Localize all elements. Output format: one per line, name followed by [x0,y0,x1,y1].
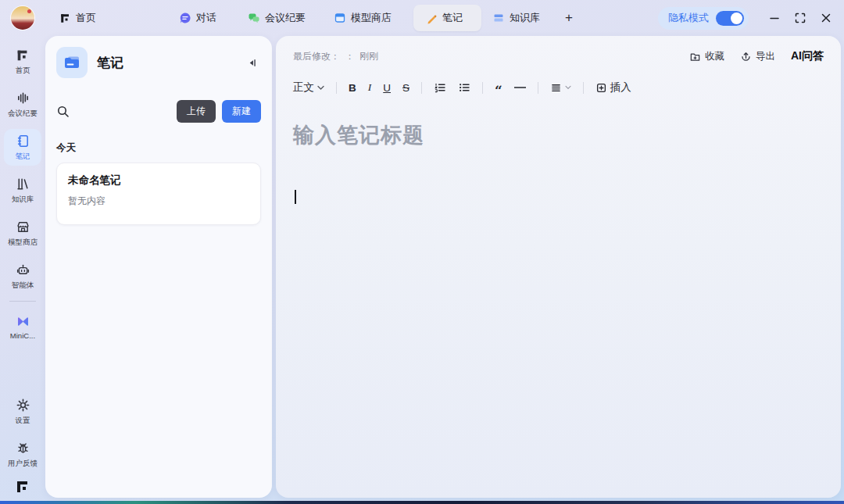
books-icon [16,177,30,191]
notes-list-panel: 笔记 上传 新建 今天 未命名笔记 暂无内容 [45,36,272,498]
insert-plus-icon [595,82,607,94]
ordered-list-button[interactable] [434,81,446,94]
close-button[interactable] [821,13,831,23]
store-icon [334,12,346,24]
minicpm-bowtie-icon [16,314,30,329]
favorite-label: 收藏 [705,50,724,63]
brand-f-icon [59,13,71,24]
sidebar-item-label: 设置 [16,415,30,425]
tab-knowledge-base[interactable]: 知识库 [492,11,540,25]
tab-model-store[interactable]: 模型商店 [334,11,392,25]
note-title-input[interactable]: 输入笔记标题 [293,121,824,149]
sidebar-item-model-store[interactable]: 模型商店 [4,215,41,252]
sidebar-item-meeting-minutes[interactable]: 会议纪要 [4,86,41,123]
user-avatar[interactable] [11,6,34,30]
alignment-dropdown[interactable] [550,82,571,94]
privacy-mode-toggle[interactable] [716,11,744,26]
window-controls [769,13,831,23]
upload-button[interactable]: 上传 [177,100,216,123]
note-list-item[interactable]: 未命名笔记 暂无内容 [56,163,261,225]
gear-icon [16,398,30,413]
sidebar-item-label: 会议纪要 [8,108,38,118]
sidebar-item-home[interactable]: 首页 [4,44,41,80]
notes-actions-row: 上传 新建 [56,100,261,123]
date-group-label: 今天 [56,141,261,155]
privacy-mode-control[interactable]: 隐私模式 [658,7,749,30]
toggle-knob [731,13,742,24]
ai-qa-button[interactable]: AI问答 [791,49,824,63]
tab-label: 模型商店 [351,11,392,25]
notes-panel-title: 笔记 [97,54,123,72]
sidebar-item-label: 笔记 [16,151,30,161]
meeting-chat-icon [248,12,260,24]
strikethrough-button[interactable]: S [402,82,409,94]
waveform-icon [16,91,30,105]
tab-label: 首页 [76,11,96,25]
bug-icon [16,441,30,456]
storefront-icon [16,220,30,234]
top-bar: 首页 对话 会议纪要 模型商店 笔记 知识库 + 隐私模式 [0,0,844,36]
underline-button[interactable]: U [383,82,391,94]
sidebar-item-agents[interactable]: 智能体 [4,258,41,295]
export-button[interactable]: 导出 [740,50,775,63]
paragraph-style-dropdown[interactable]: 正文 [293,80,324,95]
last-modified-text: 最后修改： ： 刚刚 [293,50,378,63]
sidebar-item-knowledge-base[interactable]: 知识库 [4,172,41,209]
sidebar-item-label: 首页 [16,65,30,75]
sidebar-item-settings[interactable]: 设置 [4,393,41,430]
export-label: 导出 [756,50,775,63]
insert-button[interactable]: 插入 [595,80,631,95]
blockquote-button[interactable]: “ [495,81,502,95]
tab-label: 笔记 [442,11,463,25]
collapse-panel-button[interactable] [243,54,261,72]
chevron-down-icon [317,85,324,91]
toolbar-separator [336,82,337,94]
toolbar-separator [482,82,483,94]
sidebar-item-minicpm[interactable]: MiniC... [4,309,41,344]
horizontal-rule-button[interactable] [514,87,526,88]
sidebar-item-label: MiniC... [10,331,35,339]
align-icon [550,82,562,94]
text-cursor[interactable] [295,190,296,204]
toolbar-separator [583,82,584,94]
tab-chat[interactable]: 对话 [179,11,216,25]
minimize-button[interactable] [769,13,780,23]
note-editor-panel: 最后修改： ： 刚刚 收藏 导出 AI问答 正文 B I U [276,36,841,498]
maximize-button[interactable] [795,13,806,23]
sidebar-item-feedback[interactable]: 用户反馈 [4,436,41,473]
tab-home[interactable]: 首页 [59,11,96,25]
sidebar-item-label: 智能体 [12,280,34,290]
toolbar-separator [421,82,422,94]
sidebar-item-notes[interactable]: 笔记 [4,129,41,166]
robot-icon [16,263,30,277]
sidebar-item-label: 模型商店 [8,237,38,247]
chat-bubble-icon [179,12,191,24]
window-bottom-edge [0,501,844,504]
sidebar-item-label: 知识库 [12,194,34,204]
tab-label: 对话 [196,11,216,25]
notes-panel-header: 笔记 [56,47,261,78]
privacy-mode-label: 隐私模式 [668,11,709,25]
editor-meta-row: 最后修改： ： 刚刚 收藏 导出 AI问答 [293,49,824,63]
horizontal-rule-icon [514,87,526,88]
note-title: 未命名笔记 [68,173,249,188]
search-icon[interactable] [56,105,70,118]
favorite-button[interactable]: 收藏 [689,50,724,63]
new-note-button[interactable]: 新建 [222,100,261,123]
tab-notes[interactable]: 笔记 [413,5,481,31]
new-tab-button[interactable]: + [565,10,573,26]
bullet-list-button[interactable] [458,81,470,94]
notes-folder-icon [56,47,88,78]
italic-button[interactable]: I [368,81,372,94]
note-preview: 暂无内容 [68,195,249,208]
chevron-down-icon [565,85,571,90]
editor-actions: 收藏 导出 AI问答 [689,49,824,63]
toolbar-separator [538,82,538,94]
insert-label: 插入 [610,80,631,95]
notebook-icon [16,134,30,148]
bold-button[interactable]: B [349,82,356,94]
editor-toolbar: 正文 B I U S “ [293,80,824,95]
tab-meeting-minutes[interactable]: 会议纪要 [248,11,306,25]
paragraph-style-label: 正文 [293,80,314,95]
brand-f-logo [15,479,30,495]
